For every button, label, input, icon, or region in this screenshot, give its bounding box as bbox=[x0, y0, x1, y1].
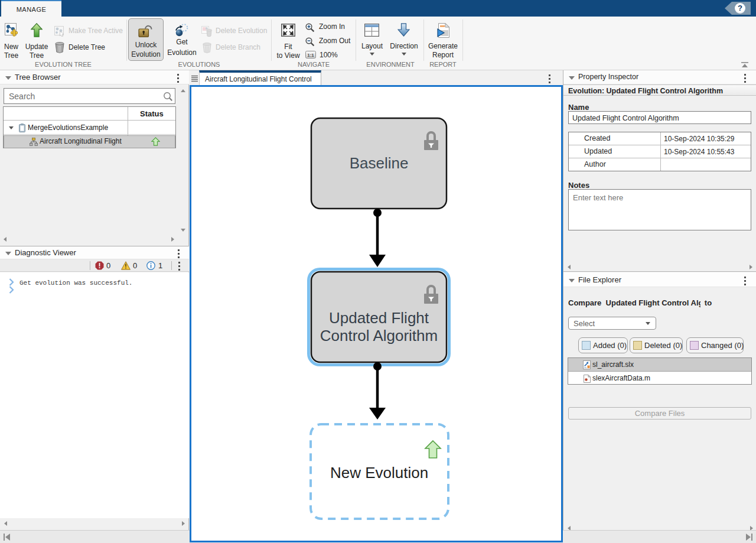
svg-text:Control Algorithm: Control Algorithm bbox=[320, 327, 438, 344]
svg-text:Updated Flight: Updated Flight bbox=[329, 309, 429, 327]
svg-text:1:1: 1:1 bbox=[307, 53, 314, 58]
svg-text:Baseline: Baseline bbox=[350, 154, 409, 172]
svg-text:New Evolution: New Evolution bbox=[330, 464, 428, 482]
